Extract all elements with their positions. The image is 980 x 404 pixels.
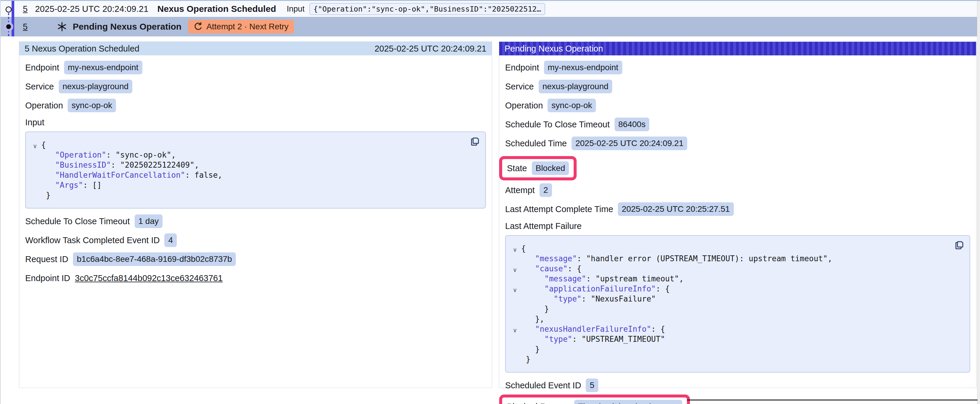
collapse-chevron-icon[interactable]: ∨ bbox=[509, 265, 521, 275]
json-line: "type": "UPSTREAM_TIMEOUT" bbox=[509, 334, 949, 344]
json-code: { bbox=[41, 140, 46, 150]
pending-asterisk-icon bbox=[57, 22, 67, 32]
json-code: "message": "upstream timeout", bbox=[521, 274, 684, 284]
input-preview-badge: {"Operation":"sync-op-ok","BusinessID":"… bbox=[309, 3, 546, 15]
event-id-link[interactable]: 5 bbox=[23, 22, 28, 32]
field-label: Endpoint bbox=[505, 63, 539, 73]
json-line: ∨{ bbox=[509, 244, 949, 253]
state-highlight-annotation: State Blocked bbox=[499, 156, 577, 181]
field-label: Request ID bbox=[25, 254, 68, 264]
retry-attempt-badge: Attempt 2 · Next Retry bbox=[188, 20, 294, 33]
copy-icon[interactable] bbox=[954, 240, 965, 251]
code-gutter bbox=[29, 161, 41, 171]
collapse-chevron-icon[interactable]: ∨ bbox=[29, 141, 41, 151]
field-value-badge: 2025-02-25 UTC 20:25:27.51 bbox=[618, 202, 733, 216]
json-line: } bbox=[509, 304, 949, 314]
field-value-badge: nexus-playground bbox=[539, 80, 612, 93]
scheduled-event-detail-panel: 5 Nexus Operation Scheduled 2025-02-25 U… bbox=[19, 41, 492, 388]
field-last-attempt-complete-time: Last Attempt Complete Time 2025-02-25 UT… bbox=[505, 202, 970, 216]
code-gutter bbox=[29, 171, 41, 181]
input-section-label: Input bbox=[25, 117, 486, 127]
code-gutter bbox=[29, 181, 41, 191]
right-panel-title: Pending Nexus Operation bbox=[504, 44, 603, 54]
json-code: "Args": [] bbox=[41, 180, 102, 190]
field-value-badge: 86400s bbox=[614, 117, 649, 131]
json-line: }, bbox=[509, 314, 949, 324]
field-value-badge: b1c6a4bc-8ee7-468a-9169-df3b02c8737b bbox=[73, 252, 236, 266]
bottom-divider-line bbox=[687, 399, 978, 401]
field-state: State Blocked bbox=[507, 162, 569, 175]
state-value-badge: Blocked bbox=[532, 162, 569, 175]
field-value-badge: sync-op-ok bbox=[68, 99, 116, 112]
json-code: "type": "UPSTREAM_TIMEOUT" bbox=[521, 334, 665, 344]
json-code: "cause": { bbox=[521, 264, 582, 274]
event-row-pending-nexus-operation-selected[interactable]: 5 Pending Nexus Operation Attempt 2 · Ne… bbox=[1, 17, 977, 36]
field-value-badge: 4 bbox=[164, 233, 177, 247]
field-service: Service nexus-playground bbox=[25, 80, 486, 93]
field-endpoint: Endpoint my-nexus-endpoint bbox=[505, 61, 970, 74]
code-gutter bbox=[29, 151, 41, 161]
copy-icon[interactable] bbox=[469, 136, 480, 147]
json-line: "Args": [] bbox=[29, 180, 465, 190]
blocked-reason-value-badge: The circuit breaker is open. bbox=[574, 400, 682, 404]
field-endpoint-id: Endpoint ID 3c0c75ccfa8144b092c13ce63246… bbox=[25, 271, 486, 285]
json-line: ∨ "cause": { bbox=[509, 264, 949, 274]
json-line: ∨{ bbox=[29, 140, 465, 150]
json-code: "BusinessID": "20250225122409", bbox=[41, 160, 199, 170]
field-label: Service bbox=[25, 82, 54, 92]
right-panel-header: Pending Nexus Operation bbox=[499, 42, 976, 55]
event-name: Nexus Operation Scheduled bbox=[158, 4, 276, 14]
failure-json-viewer: ∨{ "message": "handler error (UPSTREAM_T… bbox=[505, 235, 970, 372]
json-line: } bbox=[29, 190, 465, 200]
field-value-badge: nexus-playground bbox=[59, 80, 133, 93]
collapse-chevron-icon[interactable]: ∨ bbox=[509, 325, 521, 335]
input-label: Input bbox=[287, 5, 305, 14]
collapse-chevron-icon[interactable]: ∨ bbox=[509, 245, 521, 255]
endpoint-id-link[interactable]: 3c0c75ccfa8144b092c13ce632463761 bbox=[75, 273, 223, 283]
field-value-badge: 2 bbox=[539, 183, 552, 197]
field-scheduled-event-id: Scheduled Event ID 5 bbox=[505, 379, 970, 392]
event-detail-panels: 5 Nexus Operation Scheduled 2025-02-25 U… bbox=[19, 41, 977, 388]
json-code: } bbox=[521, 354, 530, 364]
retry-badge-label: Attempt 2 · Next Retry bbox=[207, 22, 289, 32]
left-panel-header: 5 Nexus Operation Scheduled 2025-02-25 U… bbox=[19, 42, 492, 55]
json-code: } bbox=[41, 190, 51, 200]
field-blocked-reason: Blocked Reason The circuit breaker is op… bbox=[507, 400, 682, 404]
left-panel-timestamp: 2025-02-25 UTC 20:24:09.21 bbox=[375, 44, 487, 54]
field-label: Last Attempt Complete Time bbox=[505, 204, 613, 214]
field-label: Workflow Task Completed Event ID bbox=[25, 236, 159, 245]
field-label: Schedule To Close Timeout bbox=[505, 120, 610, 130]
field-label: Operation bbox=[505, 101, 543, 111]
code-gutter bbox=[509, 275, 521, 285]
last-attempt-failure-label: Last Attempt Failure bbox=[505, 221, 970, 231]
field-label: Attempt bbox=[505, 185, 535, 195]
json-code: "type": "NexusFailure" bbox=[521, 294, 656, 304]
json-line: "Operation": "sync-op-ok", bbox=[29, 150, 465, 160]
field-label: State bbox=[507, 163, 527, 173]
blocked-reason-highlight-annotation: Blocked Reason The circuit breaker is op… bbox=[499, 394, 690, 404]
field-operation: Operation sync-op-ok bbox=[25, 99, 486, 112]
collapse-chevron-icon[interactable]: ∨ bbox=[509, 285, 521, 295]
code-gutter bbox=[509, 335, 521, 345]
json-line: "HandlerWaitForCancellation": false, bbox=[29, 170, 465, 180]
field-schedule-to-close-timeout: Schedule To Close Timeout 1 day bbox=[25, 214, 486, 228]
field-label: Operation bbox=[25, 101, 63, 111]
right-panel-body: Endpoint my-nexus-endpoint Service nexus… bbox=[499, 55, 976, 404]
field-value-badge: 1 day bbox=[135, 214, 163, 228]
json-code: "applicationFailureInfo": { bbox=[521, 284, 670, 294]
vertical-scrollbar[interactable] bbox=[977, 1, 980, 404]
json-code: }, bbox=[521, 314, 544, 324]
json-line: "type": "NexusFailure" bbox=[509, 294, 949, 304]
code-gutter bbox=[29, 191, 41, 201]
event-id-link[interactable]: 5 bbox=[23, 4, 28, 14]
event-node-open-icon bbox=[6, 7, 11, 12]
json-line: "message": "handler error (UPSTREAM_TIME… bbox=[509, 253, 949, 264]
event-row-nexus-operation-scheduled[interactable]: 5 2025-02-25 UTC 20:24:09.21 Nexus Opera… bbox=[1, 1, 977, 17]
json-line: ∨ "nexusHandlerFailureInfo": { bbox=[509, 324, 949, 334]
code-gutter bbox=[509, 355, 521, 366]
field-value-badge: 2025-02-25 UTC 20:24:09.21 bbox=[571, 136, 687, 150]
field-operation: Operation sync-op-ok bbox=[505, 99, 970, 112]
event-history-list: 5 2025-02-25 UTC 20:24:09.21 Nexus Opera… bbox=[1, 1, 977, 36]
code-gutter bbox=[509, 315, 521, 325]
field-attempt: Attempt 2 bbox=[505, 183, 970, 197]
